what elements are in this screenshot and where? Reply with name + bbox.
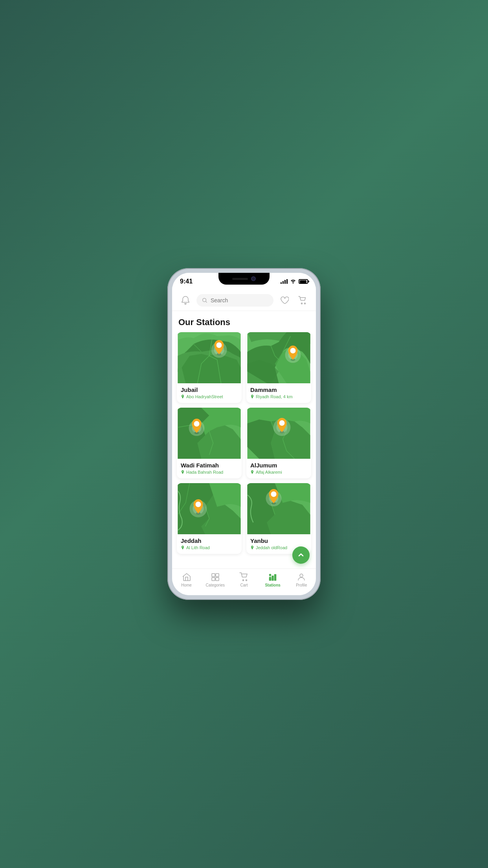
signal-icon bbox=[281, 279, 288, 284]
svg-point-27 bbox=[196, 502, 201, 507]
station-address-jubail: Abo HadryahStreet bbox=[181, 394, 238, 399]
scroll-top-button[interactable] bbox=[292, 546, 310, 564]
svg-point-7 bbox=[216, 342, 222, 348]
nav-item-categories[interactable]: Categories bbox=[204, 572, 227, 587]
station-info-jubail: Jubail Abo HadryahStreet bbox=[177, 383, 242, 403]
location-pin-icon bbox=[181, 470, 185, 474]
status-icons bbox=[281, 279, 308, 285]
svg-point-12 bbox=[290, 348, 296, 353]
wishlist-button[interactable] bbox=[277, 293, 292, 307]
status-time: 9:41 bbox=[180, 278, 193, 285]
station-info-dammam: Dammam Riyadh Road, 4 km bbox=[246, 383, 311, 403]
svg-rect-41 bbox=[274, 574, 277, 581]
wifi-icon bbox=[290, 279, 296, 285]
station-name-aljumum: AlJumum bbox=[250, 462, 307, 469]
search-bar[interactable] bbox=[196, 294, 273, 307]
svg-point-42 bbox=[269, 574, 272, 576]
station-card-jeddah[interactable]: Jeddah Al Lith Road bbox=[177, 483, 242, 554]
station-card-yanbu[interactable]: Yanbu Jeddah oldRoad bbox=[246, 483, 311, 554]
svg-point-38 bbox=[246, 580, 247, 581]
notch-camera bbox=[251, 276, 256, 281]
battery-icon bbox=[299, 279, 308, 284]
station-name-wadi-fatimah: Wadi Fatimah bbox=[181, 462, 238, 469]
content-area: Our Stations Jubail bbox=[172, 311, 316, 568]
station-map-yanbu bbox=[246, 483, 311, 534]
station-map-jeddah bbox=[177, 483, 242, 534]
svg-point-1 bbox=[301, 303, 303, 304]
svg-point-22 bbox=[279, 420, 285, 426]
station-map-dammam bbox=[246, 332, 311, 383]
categories-icon bbox=[210, 572, 220, 582]
notch bbox=[218, 273, 270, 285]
station-address-dammam: Riyadh Road, 4 km bbox=[250, 394, 307, 399]
station-name-yanbu: Yanbu bbox=[250, 537, 307, 544]
station-map-jubail bbox=[177, 332, 242, 383]
station-info-jeddah: Jeddah Al Lith Road bbox=[177, 534, 242, 554]
station-map-wadi-fatimah bbox=[177, 408, 242, 459]
svg-point-17 bbox=[194, 421, 200, 427]
nav-item-profile[interactable]: Profile bbox=[290, 572, 313, 587]
cart-nav-icon bbox=[239, 572, 249, 582]
nav-label-cart: Cart bbox=[240, 583, 248, 587]
svg-rect-34 bbox=[216, 574, 219, 577]
station-info-aljumum: AlJumum Alfaj Alkaremi bbox=[246, 459, 311, 478]
location-pin-icon bbox=[181, 546, 185, 550]
header-bar bbox=[172, 290, 316, 311]
station-card-wadi-fatimah[interactable]: Wadi Fatimah Hada Bahrah Road bbox=[177, 408, 242, 478]
nav-item-stations[interactable]: Stations bbox=[261, 572, 284, 587]
svg-rect-40 bbox=[272, 576, 274, 581]
phone-frame: 9:41 bbox=[167, 268, 321, 600]
svg-rect-39 bbox=[269, 577, 272, 581]
nav-label-home: Home bbox=[181, 583, 192, 587]
nav-label-profile: Profile bbox=[296, 583, 307, 587]
svg-rect-35 bbox=[212, 577, 215, 581]
stations-icon bbox=[268, 572, 278, 582]
status-bar: 9:41 bbox=[172, 273, 316, 290]
location-pin-icon bbox=[181, 395, 185, 399]
notch-speaker bbox=[232, 278, 248, 280]
station-address-jeddah: Al Lith Road bbox=[181, 545, 238, 550]
location-pin-icon bbox=[250, 470, 254, 474]
station-info-wadi-fatimah: Wadi Fatimah Hada Bahrah Road bbox=[177, 459, 242, 478]
station-name-jeddah: Jeddah bbox=[181, 537, 238, 544]
station-address-wadi-fatimah: Hada Bahrah Road bbox=[181, 470, 238, 474]
search-icon bbox=[202, 297, 207, 303]
profile-icon bbox=[296, 572, 306, 582]
nav-label-stations: Stations bbox=[265, 583, 280, 587]
station-name-dammam: Dammam bbox=[250, 386, 307, 393]
nav-item-cart[interactable]: Cart bbox=[232, 572, 256, 587]
stations-grid: Jubail Abo HadryahStreet bbox=[172, 332, 316, 554]
station-address-aljumum: Alfaj Alkaremi bbox=[250, 470, 307, 474]
search-input[interactable] bbox=[211, 297, 268, 303]
cart-button[interactable] bbox=[295, 293, 310, 307]
station-card-dammam[interactable]: Dammam Riyadh Road, 4 km bbox=[246, 332, 311, 403]
svg-point-2 bbox=[305, 303, 306, 304]
station-name-jubail: Jubail bbox=[181, 386, 238, 393]
svg-point-43 bbox=[300, 574, 303, 577]
page-title: Our Stations bbox=[172, 311, 316, 332]
nav-label-categories: Categories bbox=[206, 583, 225, 587]
svg-point-32 bbox=[271, 491, 277, 497]
location-pin-icon bbox=[250, 395, 254, 399]
station-map-aljumum bbox=[246, 408, 311, 459]
phone-screen: 9:41 bbox=[172, 273, 316, 595]
bottom-nav: Home Categories bbox=[172, 568, 316, 595]
chevron-up-icon bbox=[297, 551, 305, 559]
home-icon bbox=[182, 572, 192, 582]
svg-point-37 bbox=[242, 580, 244, 581]
notification-button[interactable] bbox=[178, 293, 193, 307]
station-card-jubail[interactable]: Jubail Abo HadryahStreet bbox=[177, 332, 242, 403]
location-pin-icon bbox=[250, 546, 254, 550]
svg-rect-36 bbox=[216, 577, 219, 581]
svg-rect-33 bbox=[212, 574, 215, 577]
station-card-aljumum[interactable]: AlJumum Alfaj Alkaremi bbox=[246, 408, 311, 478]
nav-item-home[interactable]: Home bbox=[175, 572, 198, 587]
